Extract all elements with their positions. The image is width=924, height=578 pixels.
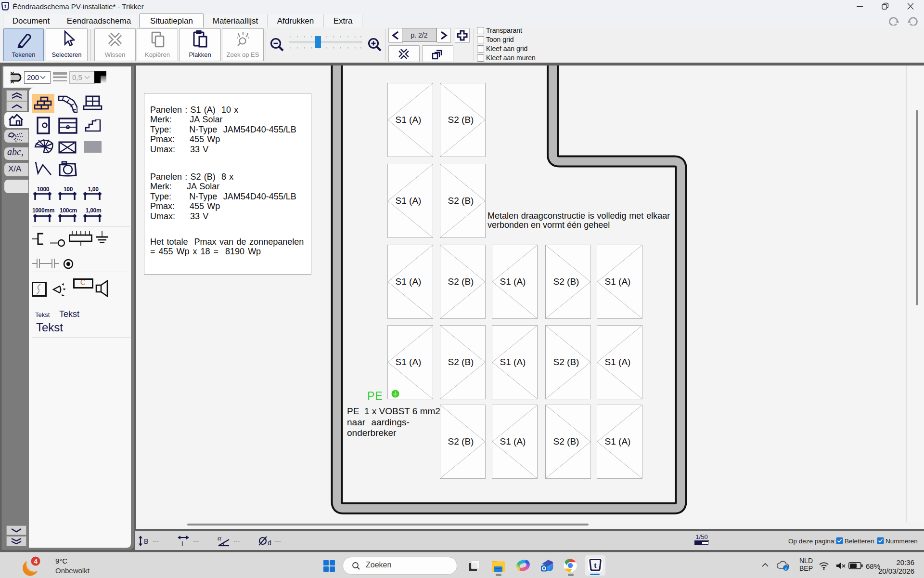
svg-text:t: t [4,3,6,10]
svg-text:L: L [181,540,185,547]
svg-text:B: B [144,538,148,545]
svg-text:α: α [218,535,222,542]
svg-text:t: t [594,561,597,569]
svg-text:d: d [268,539,271,547]
svg-text:4: 4 [34,558,38,565]
